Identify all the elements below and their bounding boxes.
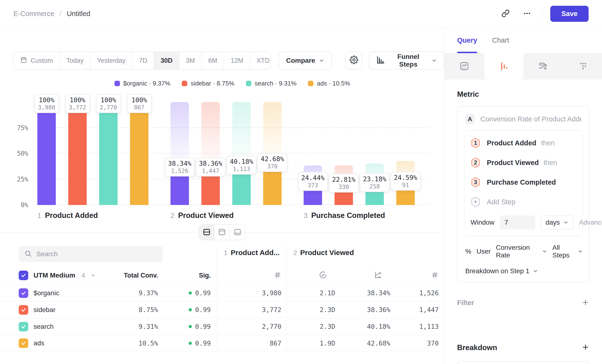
bar-pct: 38.34% <box>168 160 192 167</box>
bar-pct: 100% <box>130 96 149 104</box>
add-step-button[interactable]: + Add Step <box>471 196 576 207</box>
range-yesterday[interactable]: Yesterday <box>90 52 132 69</box>
panel-step-2[interactable]: 2Product Viewedthen <box>471 157 576 168</box>
total-conv-value: 10.5% <box>120 340 158 347</box>
compare-button[interactable]: Compare <box>279 52 332 70</box>
chart-table-divider <box>0 225 444 240</box>
range-7d[interactable]: 7D <box>132 52 154 69</box>
table-row[interactable]: search9.31%0.992,7702.3D40.18%1,113 <box>0 318 444 335</box>
add-filter-button[interactable] <box>581 298 590 307</box>
plus-hexagon-icon: + <box>471 196 481 207</box>
bar-$organic-step3[interactable]: 24.44%373 <box>304 92 322 205</box>
bar-count: 1,526 <box>168 168 192 174</box>
bar-$organic-step1[interactable]: 100%3,980 <box>37 92 56 205</box>
table-row[interactable]: $organic9.37%0.993,9802.1D38.34%1,526 <box>0 285 444 301</box>
legend-item[interactable]: ads · 10.5% <box>308 80 350 87</box>
tab-query[interactable]: Query <box>457 28 477 53</box>
step2-conversion-header[interactable] <box>335 271 390 280</box>
bar-ads-step2[interactable]: 42.68%370 <box>263 92 282 205</box>
legend-item[interactable]: $organic · 9.37% <box>114 80 171 87</box>
funnel-bars-icon <box>499 61 509 72</box>
bar-sidebar-step1[interactable]: 100%3,772 <box>68 92 87 205</box>
tab-funnel[interactable] <box>484 53 524 79</box>
step-label-1: 1Product Added <box>37 211 149 220</box>
range-custom[interactable]: Custom <box>14 52 60 69</box>
window-unit-select[interactable]: days <box>540 215 574 229</box>
tab-matrix[interactable] <box>563 53 602 79</box>
tab-insights[interactable] <box>445 53 484 79</box>
step1-count-header[interactable] <box>217 271 286 280</box>
range-30d[interactable]: 30D <box>154 52 180 69</box>
bar-pct: 100% <box>38 96 56 104</box>
row-checkbox[interactable] <box>19 338 28 348</box>
share-link-button[interactable] <box>499 7 512 20</box>
select-all-checkbox[interactable] <box>19 271 28 280</box>
bar-sidebar-step3[interactable]: 22.81%330 <box>334 92 353 205</box>
bar-value-label: 40.18%1,113 <box>226 156 257 175</box>
range-today[interactable]: Today <box>60 52 90 69</box>
range-6m[interactable]: 6M <box>202 52 224 69</box>
total-conv-header[interactable]: Total Conv. <box>120 272 158 279</box>
chevron-down-icon <box>578 249 583 254</box>
sig-header[interactable]: Sig. <box>158 272 211 279</box>
breakdown-on-step-select[interactable]: Breakdown on Step 1 <box>464 267 583 275</box>
advanced-toggle[interactable]: Advanced <box>579 219 602 226</box>
bar-sidebar-step2[interactable]: 38.36%1,447 <box>201 92 220 205</box>
window-unit-label: days <box>546 219 560 226</box>
metric-title-row[interactable]: A Conversion Rate of Product Adde... <box>464 113 583 125</box>
breadcrumb-current[interactable]: Untitled <box>67 10 90 18</box>
tab-chart[interactable]: Chart <box>492 28 509 53</box>
bar-ads-step1[interactable]: 100%867 <box>130 92 149 205</box>
legend-item[interactable]: search · 9.31% <box>246 80 297 87</box>
measure-entity[interactable]: User <box>476 248 491 255</box>
plot-area: 100%3,980100%3,772100%2,770100%86738.34%… <box>36 92 429 205</box>
chart-only-view-button[interactable] <box>215 225 230 240</box>
breadcrumb: E-Commerce / Untitled <box>13 10 90 18</box>
tab-flows[interactable] <box>524 53 563 79</box>
metric-card: A Conversion Rate of Product Adde... 1Pr… <box>457 106 590 283</box>
search-input[interactable] <box>36 250 151 258</box>
bar-count: 2,770 <box>99 104 118 111</box>
bar-ads-step3[interactable]: 24.59%91 <box>396 92 415 205</box>
table-only-view-button[interactable] <box>230 225 245 240</box>
measure-prefix: % <box>465 248 471 255</box>
more-options-button[interactable] <box>520 7 534 20</box>
table-row[interactable]: sidebar8.75%0.993,7722.3D38.36%1,447 <box>0 301 444 318</box>
bar-search-step3[interactable]: 23.18%258 <box>366 92 384 205</box>
range-12m[interactable]: 12M <box>224 52 250 69</box>
breadcrumb-root[interactable]: E-Commerce <box>13 10 54 18</box>
chevron-down-icon[interactable] <box>90 273 96 278</box>
chevron-down-icon <box>319 58 324 63</box>
step-number: 3 <box>304 212 308 220</box>
step2-time-header[interactable] <box>286 271 335 280</box>
breakdown-item[interactable]: Aa UTM Medium <box>457 361 590 364</box>
conversion-window-row: Window days Advanced <box>471 215 576 229</box>
split-view-button[interactable] <box>199 225 215 240</box>
window-value-input[interactable] <box>500 215 535 229</box>
bar-$organic-step2[interactable]: 38.34%1,526 <box>171 92 189 205</box>
bar-search-step2[interactable]: 40.18%1,113 <box>232 92 251 205</box>
total-conv-value: 9.31% <box>120 323 158 330</box>
row-checkbox[interactable] <box>19 288 28 298</box>
measure-type-select[interactable]: Conversion Rate <box>496 244 547 259</box>
chart-type-button[interactable]: Funnel Steps <box>369 52 444 70</box>
range-3m[interactable]: 3M <box>179 52 202 69</box>
step2-count: 370 <box>390 340 442 347</box>
panel-step-1[interactable]: 1Product Addedthen <box>471 138 576 149</box>
legend-item[interactable]: sidebar · 8.75% <box>182 80 234 87</box>
bar-search-step1[interactable]: 100%2,770 <box>99 92 118 205</box>
y-tick-label: 50% <box>17 150 28 157</box>
add-breakdown-button[interactable] <box>581 343 590 352</box>
panel-step-3[interactable]: 3Purchase Completed <box>471 177 576 188</box>
measure-scope-select[interactable]: All Steps <box>552 244 583 259</box>
row-checkbox[interactable] <box>19 305 28 315</box>
legend-label: search · 9.31% <box>255 80 297 87</box>
table-row[interactable]: ads10.5%0.998671.9D42.68%370 <box>0 335 444 352</box>
step1-count: 2,770 <box>217 323 286 330</box>
save-button[interactable]: Save <box>550 6 589 22</box>
range-xtd[interactable]: XTD <box>250 52 271 69</box>
breakdown-column-label[interactable]: UTM Medium <box>33 272 75 279</box>
chart-settings-button[interactable] <box>345 52 363 70</box>
row-checkbox[interactable] <box>19 322 28 332</box>
step2-count-header[interactable] <box>390 271 442 280</box>
